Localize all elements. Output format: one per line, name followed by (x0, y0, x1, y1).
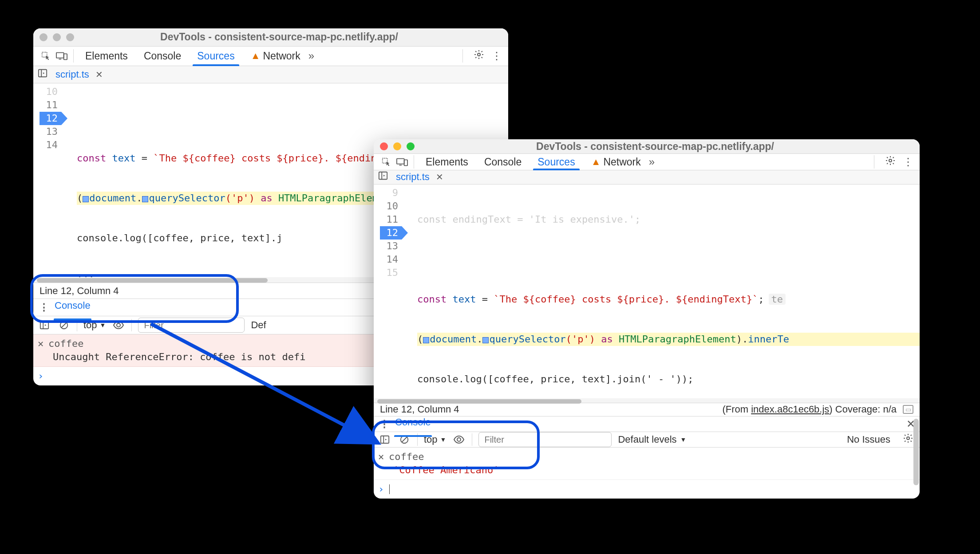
issues-link[interactable]: No Issues (847, 434, 890, 445)
svg-point-7 (117, 323, 120, 327)
code-line-current: (document.querySelector('p') as HTMLPara… (417, 333, 920, 346)
warning-icon: ▲ (251, 50, 261, 62)
svg-rect-10 (404, 160, 407, 165)
console-toolbar: top▼ Default levels▼ No Issues (374, 432, 920, 448)
svg-point-15 (457, 438, 461, 441)
console-result-row: ✕coffee 'Coffee Americano' (374, 448, 920, 480)
svg-rect-4 (39, 69, 47, 77)
window-minimize-icon[interactable] (53, 33, 61, 41)
editor-statusbar: Line 12, Column 4 (From index.a8c1ec6b.j… (374, 403, 920, 416)
svg-rect-1 (56, 53, 64, 58)
navigator-toggle-icon[interactable] (378, 171, 388, 183)
devtools-window-right: DevTools - consistent-source-map-pc.netl… (374, 139, 920, 499)
code-line: const endingText = 'It is expensive.'; (417, 213, 920, 226)
svg-rect-5 (40, 322, 48, 329)
file-tab-name[interactable]: script.ts (55, 69, 89, 80)
titlebar: DevTools - consistent-source-map-pc.netl… (33, 28, 508, 47)
live-expression-icon[interactable] (112, 320, 125, 330)
tabs-overflow-icon[interactable]: » (649, 156, 655, 168)
close-icon[interactable]: ✕ (436, 172, 443, 182)
window-maximize-icon[interactable] (407, 142, 415, 150)
code-line (77, 112, 508, 125)
tab-network[interactable]: ▲Network (583, 154, 649, 169)
sourcemap-link[interactable]: index.a8c1ec6b.js (751, 404, 829, 415)
svg-point-11 (889, 159, 892, 162)
v-scrollbar[interactable] (913, 419, 919, 485)
close-icon[interactable]: ✕ (38, 337, 48, 350)
filter-input[interactable] (138, 318, 245, 333)
tab-elements[interactable]: Elements (418, 154, 476, 169)
window-minimize-icon[interactable] (393, 142, 401, 150)
settings-icon[interactable] (885, 155, 896, 169)
line-gutter: 10 11 12 13 14 (33, 83, 62, 277)
navigator-toggle-icon[interactable] (38, 68, 47, 81)
inspect-element-icon[interactable] (38, 51, 54, 61)
tab-sources[interactable]: Sources (530, 154, 583, 169)
close-icon[interactable]: ✕ (95, 69, 103, 80)
inspect-element-icon[interactable] (378, 157, 394, 167)
svg-rect-12 (379, 172, 387, 180)
window-maximize-icon[interactable] (66, 33, 74, 41)
settings-icon[interactable] (474, 49, 484, 63)
device-toggle-icon[interactable] (54, 51, 70, 61)
console-input-echo: coffee (48, 338, 83, 349)
console-settings-icon[interactable] (903, 433, 913, 446)
drawer-tab-console[interactable]: Console (395, 416, 431, 432)
tabs-overflow-icon[interactable]: » (308, 50, 315, 62)
source-editor[interactable]: 9 10 11 12 13 14 15 const endingText = '… (374, 185, 920, 398)
log-levels-selector[interactable]: Default levels▼ (618, 434, 686, 445)
titlebar: DevTools - consistent-source-map-pc.netl… (374, 139, 920, 154)
context-selector[interactable]: top▼ (83, 319, 106, 331)
cursor-position: Line 12, Column 4 (380, 404, 459, 415)
tab-sources[interactable]: Sources (189, 47, 242, 66)
console-result-value: 'Coffee Americano' (378, 464, 916, 477)
file-tabbar: script.ts ✕ (374, 170, 920, 185)
code-line: const text = `The ${coffee} costs ${pric… (417, 293, 920, 306)
file-tabbar: script.ts ✕ (33, 66, 508, 83)
kebab-menu-icon[interactable]: ⋮ (378, 418, 391, 430)
tab-network[interactable]: ▲Network (243, 47, 308, 66)
tab-console[interactable]: Console (476, 154, 530, 169)
kebab-menu-icon[interactable]: ⋮ (903, 156, 913, 168)
svg-point-16 (907, 437, 909, 440)
file-tab-name[interactable]: script.ts (396, 171, 430, 183)
svg-rect-2 (64, 54, 67, 60)
panel-tabs: Elements Console Sources ▲Network » ⋮ (374, 154, 920, 170)
console-output: ✕coffee 'Coffee Americano' › (374, 448, 920, 499)
log-levels-selector[interactable]: Def (251, 319, 266, 331)
window-close-icon[interactable] (40, 33, 47, 41)
clear-console-icon[interactable] (57, 320, 71, 330)
console-prompt[interactable]: › (374, 480, 920, 499)
h-scrollbar[interactable] (374, 398, 920, 403)
coverage-label: Coverage: n/a (833, 404, 897, 415)
warning-icon: ▲ (591, 156, 601, 168)
svg-rect-13 (381, 436, 389, 444)
filter-input[interactable] (478, 432, 612, 447)
chevron-right-icon: › (38, 369, 43, 383)
device-toggle-icon[interactable] (394, 157, 410, 167)
cursor-position: Line 12, Column 4 (40, 285, 119, 297)
window-title: DevTools - consistent-source-map-pc.netl… (415, 141, 913, 153)
kebab-menu-icon[interactable]: ⋮ (491, 50, 502, 62)
tab-elements[interactable]: Elements (77, 47, 136, 66)
svg-rect-9 (397, 159, 404, 164)
code-lines: const endingText = 'It is expensive.'; c… (402, 185, 920, 398)
chevron-right-icon: › (378, 483, 384, 496)
traffic-lights (40, 33, 74, 41)
svg-point-3 (478, 53, 480, 56)
console-sidebar-toggle-icon[interactable] (38, 320, 51, 330)
line-gutter: 9 10 11 12 13 14 15 (374, 185, 402, 398)
console-input-echo: coffee (389, 451, 424, 462)
coverage-toggle-icon[interactable]: ▭ (903, 405, 913, 414)
traffic-lights (380, 142, 415, 150)
window-close-icon[interactable] (380, 142, 388, 150)
window-title: DevTools - consistent-source-map-pc.netl… (74, 31, 502, 43)
close-icon[interactable]: ✕ (378, 450, 389, 464)
drawer-tab-console[interactable]: Console (55, 300, 91, 315)
tab-console[interactable]: Console (136, 47, 189, 66)
drawer-header: ⋮ Console ✕ (374, 416, 920, 432)
live-expression-icon[interactable] (452, 435, 466, 444)
code-line (417, 253, 920, 266)
kebab-menu-icon[interactable]: ⋮ (38, 302, 50, 313)
console-sidebar-toggle-icon[interactable] (378, 435, 391, 444)
